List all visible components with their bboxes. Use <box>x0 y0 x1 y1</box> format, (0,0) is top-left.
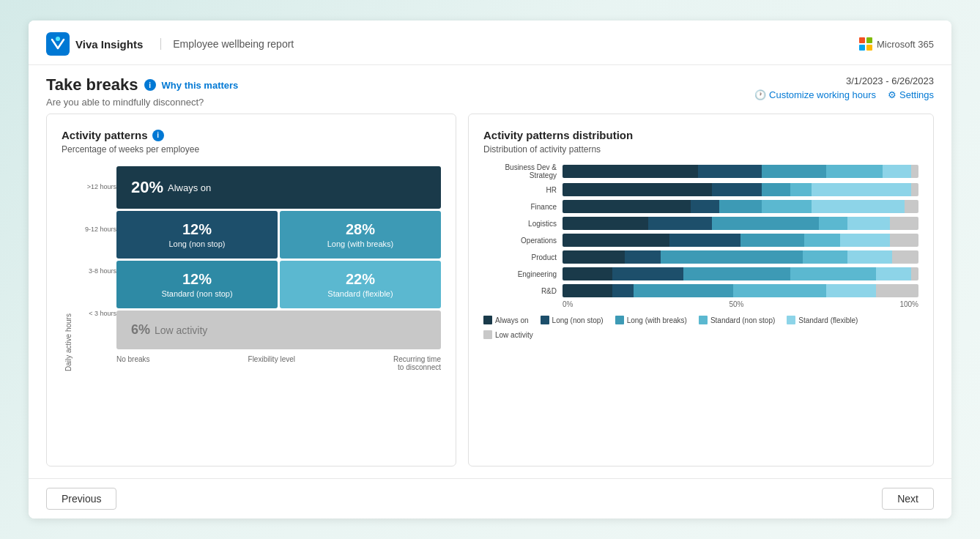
ms365-label: Microsoft 365 <box>877 39 934 50</box>
legend-label: Long (with breaks) <box>627 316 687 324</box>
y-label-4: < 3 hours <box>73 310 116 318</box>
legend-label: Low activity <box>495 331 533 339</box>
bar-segment <box>826 284 876 297</box>
page-header-right: 3/1/2023 - 6/26/2023 🕐 Customize working… <box>754 75 934 100</box>
bar-segment <box>876 267 912 280</box>
bar-segment <box>648 217 712 230</box>
header-actions: 🕐 Customize working hours ⚙ Settings <box>754 89 934 100</box>
std-nonstop-label: Standard (non stop) <box>125 289 269 298</box>
bar-segment <box>847 217 890 230</box>
customize-hours-link[interactable]: 🕐 Customize working hours <box>754 89 876 100</box>
logo-area: Viva Insights Employee wellbeing report <box>46 32 294 56</box>
x-label-100: 100% <box>899 300 918 308</box>
bar-segment <box>892 250 918 264</box>
previous-button[interactable]: Previous <box>46 488 116 510</box>
customize-hours-text: Customize working hours <box>769 89 876 100</box>
clock-icon: 🕐 <box>754 89 766 100</box>
bar-segment <box>563 267 612 280</box>
legend-color-dot <box>541 316 549 324</box>
dist-row: Finance <box>483 200 918 213</box>
y-axis-title: Daily active hours <box>62 166 73 371</box>
y-axis-labels: >12 hours 9-12 hours 3-8 hours < 3 hours <box>73 166 116 371</box>
bar-segment <box>563 200 691 213</box>
bar-segment <box>762 165 825 178</box>
always-on-cell: 20% Always on <box>116 166 441 209</box>
bar-segment <box>563 217 648 230</box>
std-nonstop-pct: 12% <box>125 271 269 288</box>
right-panel-title-text: Activity patterns distribution <box>483 129 633 141</box>
left-panel-title-text: Activity patterns <box>62 129 148 141</box>
dist-row: Operations <box>483 234 918 247</box>
long-breaks-label: Long (with breaks) <box>289 239 432 248</box>
x-axis-title-area: Flexibility level <box>248 355 295 363</box>
dist-subtitle: Distribution of activity patterns <box>483 144 918 155</box>
x-axis-right: Recurring timeto disconnect <box>393 355 441 371</box>
header-right: Microsoft 365 <box>859 37 934 51</box>
legend-color-dot <box>483 316 492 324</box>
report-title-header: Employee wellbeing report <box>160 38 294 50</box>
y-label-2: 9-12 hours <box>73 226 116 234</box>
bar-segment <box>740 234 804 247</box>
bar-segment <box>812 183 911 196</box>
dist-row-label: HR <box>483 186 557 194</box>
bar-segment <box>876 284 918 297</box>
app-header: Viva Insights Employee wellbeing report … <box>29 21 951 65</box>
bar-segment <box>819 217 847 230</box>
bar-segment <box>698 165 762 178</box>
bar-segment <box>790 267 876 280</box>
date-range: 3/1/2023 - 6/26/2023 <box>754 75 934 86</box>
y-label-1: >12 hours <box>73 183 116 191</box>
bar-segment <box>691 200 719 213</box>
legend-item: Low activity <box>483 330 533 339</box>
bar-segment <box>911 165 918 178</box>
next-button[interactable]: Next <box>882 488 934 510</box>
low-activity-label: Low activity <box>155 324 207 336</box>
legend-item: Standard (flexible) <box>787 316 858 324</box>
bar-segment <box>612 284 634 297</box>
dist-row: R&D <box>483 284 918 297</box>
bar-segment <box>733 284 825 297</box>
dist-row: Logistics <box>483 217 918 230</box>
std-flex-cell: 22% Standard (flexible) <box>280 261 441 308</box>
bar-segment <box>762 200 812 213</box>
settings-link[interactable]: ⚙ Settings <box>888 89 934 100</box>
content-area: Activity patterns i Percentage of weeks … <box>29 114 951 478</box>
ms-square-2 <box>866 37 872 43</box>
long-nonstop-pct: 12% <box>125 221 269 238</box>
long-row: 12% Long (non stop) 28% Long (with break… <box>116 211 441 259</box>
legend-color-dot <box>483 330 492 339</box>
dist-row-label: Product <box>483 253 557 261</box>
bar-segment <box>563 165 698 178</box>
activity-chart-container: Daily active hours >12 hours 9-12 hours … <box>62 166 441 371</box>
legend-color-dot <box>699 316 708 324</box>
ms-squares-icon <box>859 37 872 51</box>
dist-bar <box>563 250 918 264</box>
ms-square-3 <box>859 45 865 51</box>
info-icon[interactable]: i <box>144 79 156 91</box>
why-matters-link[interactable]: Why this matters <box>162 80 239 91</box>
bar-segment <box>847 250 892 264</box>
legend-item: Long (non stop) <box>541 316 604 324</box>
viva-logo-icon <box>46 32 70 56</box>
distribution-chart: Business Dev &StrategyHRFinanceLogistics… <box>483 163 918 297</box>
dist-bar <box>563 217 918 230</box>
x-label-0: 0% <box>563 300 573 308</box>
long-breaks-pct: 28% <box>289 221 432 238</box>
left-panel-info-icon[interactable]: i <box>152 130 164 141</box>
dist-row-label: R&D <box>483 287 557 295</box>
always-on-label: Always on <box>168 182 211 193</box>
long-breaks-cell: 28% Long (with breaks) <box>280 211 441 259</box>
dist-row-label: Logistics <box>483 220 557 228</box>
ms-square-4 <box>866 45 872 51</box>
bar-segment <box>762 183 790 196</box>
legend-label: Always on <box>495 316 529 324</box>
dist-row: Business Dev &Strategy <box>483 163 918 179</box>
gear-icon: ⚙ <box>888 89 897 100</box>
std-flex-label: Standard (flexible) <box>289 289 432 298</box>
bar-segment <box>612 267 683 280</box>
x-axis-title: Flexibility level <box>248 355 295 363</box>
bar-segment <box>669 234 740 247</box>
dist-row-label: Business Dev &Strategy <box>483 163 557 179</box>
bar-segment <box>890 217 918 230</box>
dist-bar <box>563 165 918 178</box>
